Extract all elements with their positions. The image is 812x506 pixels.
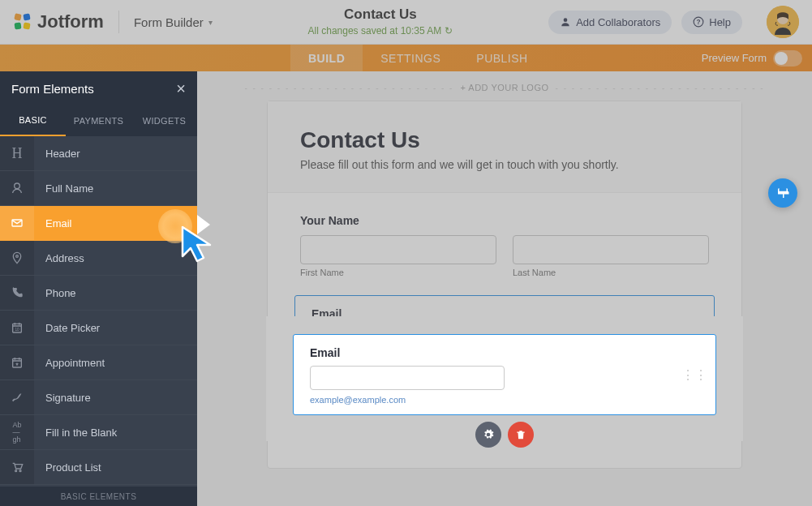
pen-icon — [0, 380, 34, 414]
element-address[interactable]: Address — [0, 241, 197, 276]
last-name-input[interactable] — [513, 235, 709, 264]
field-delete-button[interactable] — [508, 389, 534, 415]
first-name-col: First Name — [300, 235, 496, 277]
svg-point-15 — [15, 470, 17, 472]
your-name-label: Your Name — [300, 214, 709, 227]
drag-arrow-icon — [197, 215, 221, 234]
topbar-center: Contact Us All changes saved at 10:35 AM… — [213, 6, 548, 37]
form-title: Contact Us — [300, 127, 709, 153]
sidebar-tabs: BASIC PAYMENTS WIDGETS — [0, 105, 197, 136]
sidebar-tab-payments[interactable]: PAYMENTS — [66, 105, 131, 136]
form-builder-label: Form Builder — [134, 15, 204, 29]
svg-text:?: ? — [697, 19, 701, 26]
user-icon — [560, 16, 571, 28]
element-date-picker[interactable]: 10 Date Picker — [0, 311, 197, 345]
email-label: Email — [311, 307, 698, 320]
calendar-icon: 10 — [0, 311, 34, 345]
sidebar-title: Form Elements — [11, 82, 94, 96]
svg-point-9 — [15, 183, 20, 189]
add-collaborators-button[interactable]: Add Collaborators — [548, 11, 672, 34]
user-avatar[interactable] — [767, 6, 799, 38]
gear-icon — [483, 397, 494, 408]
topbar-right: Add Collaborators ? Help — [548, 6, 799, 38]
user-icon — [0, 171, 34, 205]
canvas: + ADD YOUR LOGO Contact Us Please fill o… — [197, 71, 812, 506]
field-settings-button[interactable] — [475, 389, 501, 415]
sidebar-header: Form Elements × — [0, 71, 197, 105]
reload-icon: ↻ — [445, 25, 453, 36]
first-name-sublabel: First Name — [300, 268, 496, 277]
form-subtitle: Please fill out this form and we will ge… — [300, 158, 709, 171]
tab-build[interactable]: BUILD — [290, 45, 363, 71]
svg-text:10: 10 — [15, 328, 19, 332]
main-tabs: BUILD SETTINGS PUBLISH Preview Form — [0, 45, 812, 71]
form-title-header[interactable]: Contact Us — [213, 6, 548, 23]
calendar-star-icon — [0, 345, 34, 380]
email-field-section[interactable]: Email example@example.com ⋮⋮ — [267, 295, 742, 415]
svg-rect-0 — [14, 13, 21, 20]
paint-roller-icon — [775, 186, 790, 200]
email-card[interactable]: Email example@example.com ⋮⋮ — [294, 295, 715, 381]
form-container: Contact Us Please fill out this form and… — [267, 101, 742, 469]
element-product-list[interactable]: Product List — [0, 450, 197, 485]
help-icon: ? — [693, 16, 704, 28]
trash-icon — [515, 397, 526, 408]
element-signature[interactable]: Signature — [0, 380, 197, 415]
last-name-sublabel: Last Name — [513, 268, 709, 277]
name-row: First Name Last Name — [300, 235, 709, 277]
element-appointment[interactable]: Appointment — [0, 345, 197, 380]
svg-rect-1 — [23, 13, 30, 20]
form-designer-fab[interactable] — [768, 178, 797, 208]
svg-rect-2 — [14, 22, 21, 29]
element-list: H Header Full Name Email Address Phone 1… — [0, 136, 197, 487]
save-status: All changes saved at 10:35 AM ↻ — [308, 25, 453, 36]
tab-settings[interactable]: SETTINGS — [363, 45, 458, 71]
element-phone[interactable]: Phone — [0, 276, 197, 311]
brand-logo[interactable]: Jotform — [13, 11, 104, 32]
avatar-icon — [767, 6, 799, 38]
element-header[interactable]: H Header — [0, 136, 197, 171]
cart-icon — [0, 450, 34, 484]
svg-rect-3 — [23, 22, 30, 29]
ab-icon: Ab—gh — [0, 415, 34, 449]
topbar: Jotform Form Builder ▾ Contact Us All ch… — [0, 0, 812, 45]
phone-icon — [0, 276, 34, 310]
form-header[interactable]: Contact Us Please fill out this form and… — [268, 101, 741, 193]
form-builder-dropdown[interactable]: Form Builder ▾ — [134, 15, 213, 29]
sidebar-tab-basic[interactable]: BASIC — [0, 105, 66, 136]
tab-publish[interactable]: PUBLISH — [458, 45, 545, 71]
help-button[interactable]: ? Help — [681, 11, 742, 34]
svg-point-4 — [564, 18, 568, 22]
jotform-logo-icon — [13, 12, 32, 32]
toggle-switch[interactable] — [773, 50, 802, 66]
svg-point-11 — [16, 255, 19, 258]
sidebar-tab-widgets[interactable]: WIDGETS — [131, 105, 197, 136]
pin-icon — [0, 241, 34, 275]
field-action-buttons — [268, 389, 741, 415]
drag-handle-icon[interactable]: ⋮⋮ — [680, 331, 706, 346]
element-full-name[interactable]: Full Name — [0, 171, 197, 206]
preview-toggle[interactable]: Preview Form — [702, 45, 802, 71]
add-logo-button[interactable]: + ADD YOUR LOGO — [197, 83, 812, 92]
sidebar-footer: BASIC ELEMENTS — [0, 487, 197, 506]
element-email[interactable]: Email — [0, 206, 197, 241]
mail-icon — [0, 206, 34, 240]
header-icon: H — [0, 136, 34, 170]
close-icon[interactable]: × — [176, 79, 186, 98]
divider — [118, 11, 119, 33]
brand-text: Jotform — [37, 11, 104, 32]
last-name-col: Last Name — [513, 235, 709, 277]
element-fill-blank[interactable]: Ab—gh Fill in the Blank — [0, 415, 197, 450]
sidebar: Form Elements × BASIC PAYMENTS WIDGETS H… — [0, 71, 197, 506]
svg-point-16 — [19, 470, 21, 472]
email-input[interactable] — [311, 327, 506, 356]
first-name-input[interactable] — [300, 235, 496, 264]
email-hint: example@example.com — [311, 361, 698, 371]
form-body: Your Name First Name Last Name Email — [268, 193, 741, 435]
